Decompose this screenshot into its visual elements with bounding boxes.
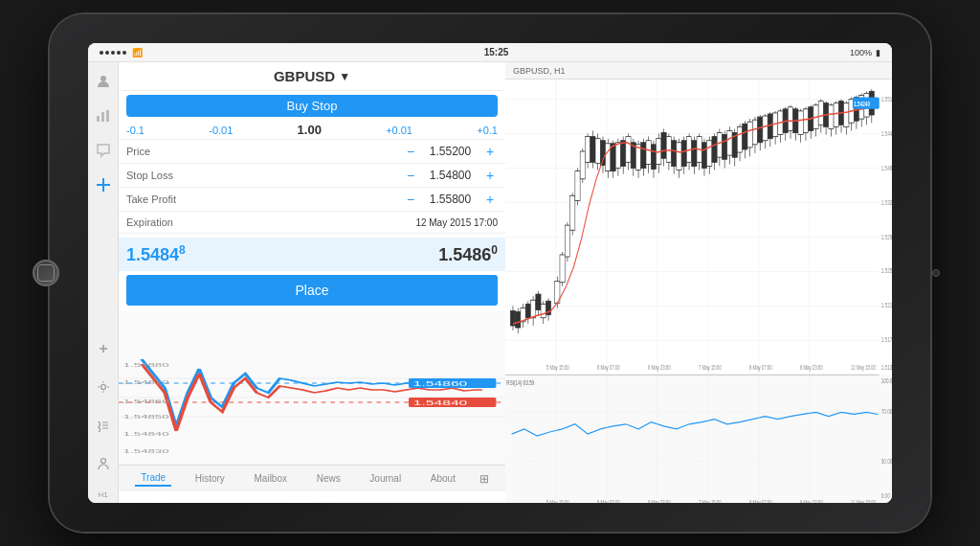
svg-text:8 May 07:00: 8 May 07:00 <box>749 499 772 503</box>
sidebar-icon-settings[interactable] <box>92 375 115 398</box>
svg-point-14 <box>100 459 105 464</box>
sidebar-icon-person2[interactable] <box>92 452 115 475</box>
svg-text:8 May 07:00: 8 May 07:00 <box>749 364 772 371</box>
expiration-label: Expiration <box>126 216 193 228</box>
svg-rect-93 <box>606 144 611 171</box>
take-profit-plus[interactable]: + <box>482 193 498 206</box>
svg-rect-91 <box>600 141 605 166</box>
price-label: Price <box>126 146 193 157</box>
svg-rect-77 <box>565 225 569 257</box>
bid-ask-row: 1.54848 1.54860 <box>119 238 505 271</box>
battery-percent: 100% <box>850 48 872 57</box>
svg-point-9 <box>98 386 100 388</box>
svg-point-7 <box>102 381 104 383</box>
layout-icon[interactable]: ⊞ <box>479 472 489 486</box>
svg-rect-121 <box>677 143 681 171</box>
svg-rect-165 <box>788 107 792 131</box>
price-value: 1.55200 <box>424 145 477 158</box>
svg-rect-177 <box>818 102 823 125</box>
svg-text:11 May 15:00: 11 May 15:00 <box>851 499 876 503</box>
svg-rect-133 <box>707 141 712 167</box>
tab-about[interactable]: About <box>425 471 461 486</box>
svg-rect-155 <box>763 116 768 141</box>
sidebar-icon-person[interactable] <box>92 70 115 93</box>
ask-main: 1.5486 <box>438 245 491 264</box>
svg-point-6 <box>100 385 105 390</box>
svg-text:1.55190: 1.55190 <box>881 96 892 102</box>
symbol-dropdown-arrow[interactable]: ▼ <box>339 70 350 83</box>
place-button[interactable]: Place <box>126 275 498 306</box>
svg-text:1.54860: 1.54860 <box>413 380 468 388</box>
svg-rect-85 <box>585 137 590 163</box>
take-profit-minus[interactable]: − <box>403 193 418 206</box>
wifi-icon: 📶 <box>132 48 143 57</box>
svg-rect-111 <box>651 145 656 170</box>
order-type-button[interactable]: Buy Stop <box>126 95 498 117</box>
svg-text:1.52910: 1.52910 <box>881 234 892 240</box>
camera-dot <box>932 269 940 277</box>
tablet-device: 📶 15:25 100% ▮ <box>50 14 930 532</box>
main-content: H1 GBPUSD ▼ Buy Stop -0.1 -0.01 1.00 +0.… <box>88 62 892 503</box>
lot-plus-large[interactable]: +0.1 <box>477 125 498 136</box>
svg-rect-117 <box>666 137 671 163</box>
price-minus[interactable]: − <box>403 145 418 158</box>
svg-text:1.54850: 1.54850 <box>123 414 169 420</box>
svg-rect-32 <box>505 375 892 503</box>
sidebar-icon-chat[interactable] <box>92 139 115 162</box>
home-button[interactable] <box>33 260 59 286</box>
battery-info: 100% ▮ <box>850 48 880 57</box>
lot-minus-large[interactable]: -0.1 <box>126 125 145 136</box>
svg-rect-2 <box>101 112 104 122</box>
chart-area: GBPUSD, H1 <box>505 62 892 503</box>
take-profit-field-row: Take Profit − 1.55800 + <box>119 188 505 212</box>
tab-news[interactable]: News <box>311 471 346 486</box>
tab-journal[interactable]: Journal <box>364 471 407 486</box>
svg-rect-151 <box>752 120 757 145</box>
chart-symbol-label: GBPUSD, H1 <box>513 66 566 76</box>
chart-header: GBPUSD, H1 <box>505 62 892 80</box>
signal-bars: 📶 <box>100 48 143 57</box>
svg-text:1.54840: 1.54840 <box>123 431 169 437</box>
trade-panel: GBPUSD ▼ Buy Stop -0.1 -0.01 1.00 +0.01 … <box>119 62 505 503</box>
lot-plus-small[interactable]: +0.01 <box>386 125 412 136</box>
stop-loss-plus[interactable]: + <box>482 169 498 182</box>
lot-controls: -0.1 -0.01 1.00 +0.01 +0.1 <box>119 121 505 140</box>
status-time: 15:25 <box>484 47 509 57</box>
svg-rect-97 <box>615 143 620 169</box>
lot-minus-small[interactable]: -0.01 <box>209 125 233 136</box>
sidebar-icon-chart[interactable] <box>92 104 115 127</box>
svg-rect-137 <box>717 133 722 158</box>
expiration-value[interactable]: 12 May 2015 17:00 <box>415 217 498 228</box>
timeframe-label[interactable]: H1 <box>98 490 107 499</box>
svg-rect-115 <box>661 133 666 159</box>
svg-rect-119 <box>672 141 677 167</box>
svg-text:1.54430: 1.54430 <box>881 130 892 137</box>
take-profit-controls: − 1.55800 + <box>403 193 498 206</box>
bid-price: 1.54848 <box>126 243 312 265</box>
sidebar-icon-script[interactable] <box>92 414 115 437</box>
take-profit-label: Take Profit <box>126 193 193 205</box>
tab-trade[interactable]: Trade <box>135 470 171 487</box>
tab-history[interactable]: History <box>189 471 231 486</box>
svg-rect-169 <box>798 111 803 135</box>
svg-text:0.00: 0.00 <box>881 492 891 499</box>
sidebar-icon-plus[interactable] <box>92 337 115 360</box>
bid-main: 1.5484 <box>126 245 179 264</box>
svg-text:1.54830: 1.54830 <box>123 448 169 454</box>
sidebar-icons: H1 <box>88 62 119 503</box>
mini-chart: 1.54860 1.54840 1.54880 1.54870 1.54860 … <box>119 311 505 465</box>
stop-loss-minus[interactable]: − <box>403 169 418 182</box>
svg-rect-1 <box>97 116 100 122</box>
sidebar-icon-add[interactable] <box>92 173 115 196</box>
tab-mailbox[interactable]: Mailbox <box>249 471 293 486</box>
svg-rect-67 <box>536 294 541 309</box>
svg-text:6 May 23:00: 6 May 23:00 <box>648 364 671 371</box>
svg-text:1.52150: 1.52150 <box>881 303 892 309</box>
svg-rect-181 <box>829 105 834 129</box>
ask-sup: 0 <box>491 243 498 257</box>
price-plus[interactable]: + <box>482 145 498 158</box>
svg-rect-139 <box>723 135 727 160</box>
expiration-field-row: Expiration 12 May 2015 17:00 <box>119 212 505 234</box>
svg-text:1.54900: 1.54900 <box>881 165 892 171</box>
svg-text:1.54880: 1.54880 <box>123 362 169 368</box>
